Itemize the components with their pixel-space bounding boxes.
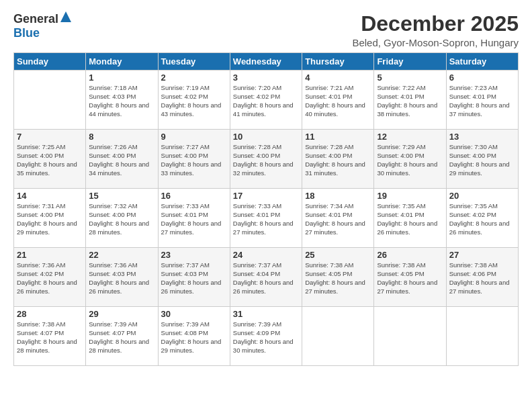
day-info: Sunrise: 7:34 AMSunset: 4:01 PMDaylight:…: [305, 202, 365, 235]
header: General Blue December 2025 Beled, Gyor-M…: [13, 12, 519, 48]
page: General Blue December 2025 Beled, Gyor-M…: [0, 0, 532, 411]
calendar-cell: 17 Sunrise: 7:33 AMSunset: 4:01 PMDaylig…: [230, 189, 302, 248]
day-info: Sunrise: 7:25 AMSunset: 4:00 PMDaylight:…: [17, 143, 77, 176]
calendar-cell: 29 Sunrise: 7:39 AMSunset: 4:07 PMDaylig…: [86, 307, 158, 366]
calendar-cell: 21 Sunrise: 7:36 AMSunset: 4:02 PMDaylig…: [14, 248, 86, 307]
calendar-cell: 30 Sunrise: 7:39 AMSunset: 4:08 PMDaylig…: [158, 307, 230, 366]
logo-blue: Blue: [13, 26, 72, 40]
day-number: 18: [305, 191, 371, 201]
day-number: 5: [377, 73, 443, 83]
calendar-cell: [446, 307, 518, 366]
calendar-cell: 15 Sunrise: 7:32 AMSunset: 4:00 PMDaylig…: [86, 189, 158, 248]
day-number: 28: [17, 309, 83, 319]
day-info: Sunrise: 7:37 AMSunset: 4:03 PMDaylight:…: [161, 261, 222, 294]
day-number: 2: [161, 73, 227, 83]
calendar-cell: 23 Sunrise: 7:37 AMSunset: 4:03 PMDaylig…: [158, 248, 230, 307]
calendar-cell: 9 Sunrise: 7:27 AMSunset: 4:00 PMDayligh…: [158, 130, 230, 189]
day-number: 31: [233, 309, 299, 319]
logo-general: General: [13, 12, 58, 26]
day-info: Sunrise: 7:19 AMSunset: 4:02 PMDaylight:…: [161, 84, 222, 117]
weekday-header-friday: Friday: [374, 53, 446, 71]
calendar-cell: 3 Sunrise: 7:20 AMSunset: 4:02 PMDayligh…: [230, 71, 302, 130]
day-info: Sunrise: 7:21 AMSunset: 4:01 PMDaylight:…: [305, 84, 365, 117]
day-number: 14: [17, 191, 83, 201]
calendar-week-3: 14 Sunrise: 7:31 AMSunset: 4:00 PMDaylig…: [14, 189, 519, 248]
calendar-cell: 11 Sunrise: 7:28 AMSunset: 4:00 PMDaylig…: [302, 130, 374, 189]
day-number: 20: [449, 191, 515, 201]
calendar-cell: 7 Sunrise: 7:25 AMSunset: 4:00 PMDayligh…: [14, 130, 86, 189]
day-info: Sunrise: 7:23 AMSunset: 4:01 PMDaylight:…: [449, 84, 510, 117]
day-info: Sunrise: 7:36 AMSunset: 4:03 PMDaylight:…: [89, 261, 149, 294]
day-info: Sunrise: 7:20 AMSunset: 4:02 PMDaylight:…: [233, 84, 294, 117]
day-info: Sunrise: 7:35 AMSunset: 4:01 PMDaylight:…: [377, 202, 437, 235]
day-number: 1: [89, 73, 154, 83]
day-info: Sunrise: 7:28 AMSunset: 4:00 PMDaylight:…: [233, 143, 294, 176]
day-info: Sunrise: 7:38 AMSunset: 4:05 PMDaylight:…: [377, 261, 437, 294]
day-info: Sunrise: 7:31 AMSunset: 4:00 PMDaylight:…: [17, 202, 77, 235]
calendar-cell: 10 Sunrise: 7:28 AMSunset: 4:00 PMDaylig…: [230, 130, 302, 189]
location-title: Beled, Gyor-Moson-Sopron, Hungary: [352, 37, 519, 48]
weekday-header-wednesday: Wednesday: [230, 53, 302, 71]
day-number: 3: [233, 73, 299, 83]
day-number: 19: [377, 191, 443, 201]
calendar-cell: 27 Sunrise: 7:38 AMSunset: 4:06 PMDaylig…: [446, 248, 518, 307]
calendar-cell: [302, 307, 374, 366]
day-number: 9: [161, 132, 227, 142]
calendar-cell: 31 Sunrise: 7:39 AMSunset: 4:09 PMDaylig…: [230, 307, 302, 366]
calendar-cell: 25 Sunrise: 7:38 AMSunset: 4:05 PMDaylig…: [302, 248, 374, 307]
day-info: Sunrise: 7:39 AMSunset: 4:09 PMDaylight:…: [233, 320, 294, 353]
calendar-week-5: 28 Sunrise: 7:38 AMSunset: 4:07 PMDaylig…: [14, 307, 519, 366]
weekday-header-row: SundayMondayTuesdayWednesdayThursdayFrid…: [14, 53, 519, 71]
day-info: Sunrise: 7:38 AMSunset: 4:05 PMDaylight:…: [305, 261, 365, 294]
day-number: 12: [377, 132, 443, 142]
day-info: Sunrise: 7:18 AMSunset: 4:03 PMDaylight:…: [89, 84, 149, 117]
weekday-header-monday: Monday: [86, 53, 158, 71]
day-number: 4: [305, 73, 371, 83]
calendar-cell: 12 Sunrise: 7:29 AMSunset: 4:00 PMDaylig…: [374, 130, 446, 189]
calendar-cell: 5 Sunrise: 7:22 AMSunset: 4:01 PMDayligh…: [374, 71, 446, 130]
day-info: Sunrise: 7:39 AMSunset: 4:08 PMDaylight:…: [161, 320, 222, 353]
calendar-table: SundayMondayTuesdayWednesdayThursdayFrid…: [13, 52, 519, 366]
day-number: 24: [233, 250, 299, 260]
day-number: 16: [161, 191, 227, 201]
day-info: Sunrise: 7:38 AMSunset: 4:06 PMDaylight:…: [449, 261, 510, 294]
calendar-cell: 14 Sunrise: 7:31 AMSunset: 4:00 PMDaylig…: [14, 189, 86, 248]
calendar-cell: [14, 71, 86, 130]
day-number: 27: [449, 250, 515, 260]
day-info: Sunrise: 7:35 AMSunset: 4:02 PMDaylight:…: [449, 202, 510, 235]
day-info: Sunrise: 7:32 AMSunset: 4:00 PMDaylight:…: [89, 202, 149, 235]
day-number: 30: [161, 309, 227, 319]
day-number: 8: [89, 132, 154, 142]
day-info: Sunrise: 7:29 AMSunset: 4:00 PMDaylight:…: [377, 143, 437, 176]
svg-marker-0: [60, 11, 71, 22]
day-number: 22: [89, 250, 154, 260]
calendar-week-1: 1 Sunrise: 7:18 AMSunset: 4:03 PMDayligh…: [14, 71, 519, 130]
day-number: 11: [305, 132, 371, 142]
calendar-cell: 28 Sunrise: 7:38 AMSunset: 4:07 PMDaylig…: [14, 307, 86, 366]
day-info: Sunrise: 7:30 AMSunset: 4:00 PMDaylight:…: [449, 143, 510, 176]
title-block: December 2025 Beled, Gyor-Moson-Sopron, …: [352, 12, 519, 48]
day-number: 26: [377, 250, 443, 260]
day-number: 13: [449, 132, 515, 142]
calendar-cell: 2 Sunrise: 7:19 AMSunset: 4:02 PMDayligh…: [158, 71, 230, 130]
calendar-cell: 26 Sunrise: 7:38 AMSunset: 4:05 PMDaylig…: [374, 248, 446, 307]
weekday-header-tuesday: Tuesday: [158, 53, 230, 71]
calendar-week-4: 21 Sunrise: 7:36 AMSunset: 4:02 PMDaylig…: [14, 248, 519, 307]
day-number: 10: [233, 132, 299, 142]
day-number: 17: [233, 191, 299, 201]
calendar-cell: 18 Sunrise: 7:34 AMSunset: 4:01 PMDaylig…: [302, 189, 374, 248]
day-info: Sunrise: 7:26 AMSunset: 4:00 PMDaylight:…: [89, 143, 149, 176]
weekday-header-thursday: Thursday: [302, 53, 374, 71]
calendar-week-2: 7 Sunrise: 7:25 AMSunset: 4:00 PMDayligh…: [14, 130, 519, 189]
logo-triangle-icon: [60, 11, 71, 25]
day-info: Sunrise: 7:38 AMSunset: 4:07 PMDaylight:…: [17, 320, 77, 353]
calendar-cell: 8 Sunrise: 7:26 AMSunset: 4:00 PMDayligh…: [86, 130, 158, 189]
calendar-cell: 20 Sunrise: 7:35 AMSunset: 4:02 PMDaylig…: [446, 189, 518, 248]
day-info: Sunrise: 7:36 AMSunset: 4:02 PMDaylight:…: [17, 261, 77, 294]
calendar-cell: 13 Sunrise: 7:30 AMSunset: 4:00 PMDaylig…: [446, 130, 518, 189]
calendar-cell: 22 Sunrise: 7:36 AMSunset: 4:03 PMDaylig…: [86, 248, 158, 307]
day-number: 29: [89, 309, 154, 319]
calendar-body: 1 Sunrise: 7:18 AMSunset: 4:03 PMDayligh…: [14, 71, 519, 366]
calendar-cell: 24 Sunrise: 7:37 AMSunset: 4:04 PMDaylig…: [230, 248, 302, 307]
day-info: Sunrise: 7:27 AMSunset: 4:00 PMDaylight:…: [161, 143, 222, 176]
